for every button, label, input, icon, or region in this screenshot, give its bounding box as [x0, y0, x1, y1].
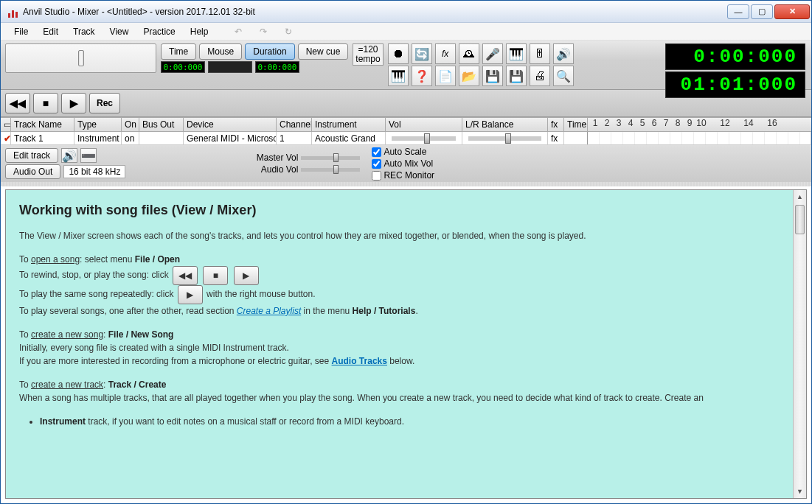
stop-button[interactable]: ■ [33, 93, 58, 113]
create-playlist-link[interactable]: Create a Playlist [237, 306, 301, 316]
mouse-counter [208, 61, 252, 73]
col-type[interactable]: Type [74, 118, 122, 131]
scroll-up-icon[interactable]: ▲ [794, 190, 806, 203]
scroll-down-icon[interactable]: ▼ [794, 485, 806, 498]
track-enabled-icon[interactable]: ✔ [4, 133, 11, 144]
list-item: Instrument track, if you want to edit no… [40, 415, 780, 428]
cell-vol-slider[interactable] [386, 132, 462, 144]
save-icon[interactable]: 💾 [482, 66, 503, 86]
time-displays: 0:00:000 01:01:000 [665, 43, 805, 98]
help-scrollbar[interactable]: ▲ ▼ [793, 190, 806, 498]
repeat-icon[interactable]: ↻ [277, 25, 299, 38]
audio-format[interactable]: 16 bit 48 kHz [63, 165, 125, 178]
col-channel[interactable]: Channel [277, 118, 312, 131]
duration-button[interactable]: Duration [245, 43, 294, 60]
elapsed-time: 0:00:000 [665, 43, 805, 70]
track-row[interactable]: ✔ Track 1 Instrument on General MIDI - M… [1, 132, 811, 145]
play-button[interactable]: ▶ [61, 93, 86, 113]
window-title: Anvil Studio - Mixer - <Untitled> - vers… [23, 7, 726, 17]
sliders-icon[interactable]: 🎚 [530, 43, 550, 64]
record-button[interactable]: Rec [89, 93, 120, 113]
scroll-thumb[interactable] [795, 205, 805, 234]
time-counter: 0:00:000 [161, 61, 205, 73]
col-on[interactable]: On [122, 118, 139, 131]
new-file-icon[interactable]: 📄 [435, 66, 456, 86]
help-icon[interactable]: ❓ [412, 66, 432, 86]
titlebar: Anvil Studio - Mixer - <Untitled> - vers… [1, 1, 811, 23]
cell-device[interactable]: General MIDI - Microso [184, 132, 277, 144]
rec-monitor-checkbox[interactable]: REC Monitor [372, 170, 434, 181]
record-icon[interactable]: ⏺ [388, 43, 409, 64]
redo-icon[interactable]: ↷ [252, 25, 274, 38]
menu-practice[interactable]: Practice [136, 25, 182, 38]
col-trackname[interactable]: Track Name [11, 118, 74, 131]
master-vol-slider[interactable] [301, 156, 360, 160]
cell-channel[interactable]: 1 [277, 132, 312, 144]
rewind-button[interactable]: ◀◀ [5, 93, 30, 113]
audio-vol-slider[interactable] [301, 168, 360, 172]
metronome-icon[interactable]: 🕰 [459, 43, 479, 64]
zoom-icon[interactable]: 🔍 [553, 66, 574, 86]
undo-icon[interactable]: ↶ [227, 25, 249, 38]
menu-track[interactable]: Track [66, 25, 103, 38]
cell-fx[interactable]: fx [548, 132, 564, 144]
overview-scrollbar[interactable] [5, 43, 156, 73]
menubar: File Edit Track View Practice Help ↶ ↷ ↻ [1, 23, 811, 41]
cell-time[interactable] [564, 132, 588, 144]
col-time[interactable]: Time [564, 118, 588, 131]
cell-busout[interactable] [139, 132, 184, 144]
mouse-button[interactable]: Mouse [199, 43, 242, 60]
audio-out-button[interactable]: Audio Out [5, 164, 60, 179]
help-rewind-icon: ◀◀ [173, 266, 198, 285]
tuner-icon[interactable]: 🎤 [482, 43, 503, 64]
col-select[interactable]: ▭ [1, 118, 11, 131]
open-folder-icon[interactable]: 📂 [459, 66, 479, 86]
menu-help[interactable]: Help [183, 25, 216, 38]
help-content: Working with song files (View / Mixer) T… [6, 190, 793, 498]
audio-tracks-link[interactable]: Audio Tracks [332, 356, 387, 366]
menu-file[interactable]: File [7, 25, 35, 38]
fx-icon[interactable]: fx [435, 43, 456, 64]
print-icon[interactable]: 🖨 [530, 66, 550, 86]
divider [1, 182, 811, 186]
note-speaker-icon[interactable]: 🔊 [553, 43, 574, 64]
col-balance[interactable]: L/R Balance [462, 118, 548, 131]
cell-on[interactable]: on [122, 132, 139, 144]
cell-trackname[interactable]: Track 1 [11, 132, 74, 144]
position-time: 01:01:000 [665, 71, 805, 98]
cell-type[interactable]: Instrument [74, 132, 122, 144]
app-icon [7, 6, 18, 18]
mute-icon[interactable]: ➖ [80, 148, 97, 163]
edit-track-button[interactable]: Edit track [5, 148, 58, 163]
tempo-box[interactable]: =120 tempo [353, 43, 383, 66]
sync-icon[interactable]: 🔄 [412, 43, 432, 64]
menu-edit[interactable]: Edit [35, 25, 66, 38]
piano-icon[interactable]: 🎹 [388, 66, 409, 86]
col-busout[interactable]: Bus Out [139, 118, 184, 131]
col-fx[interactable]: fx [548, 118, 564, 131]
auto-mix-checkbox[interactable]: Auto Mix Vol [372, 158, 434, 169]
help-pane: Working with song files (View / Mixer) T… [5, 189, 807, 499]
help-play-icon-2: ▶ [178, 285, 203, 304]
col-device[interactable]: Device [184, 118, 277, 131]
help-heading: Working with song files (View / Mixer) [19, 200, 780, 220]
keyboard-icon[interactable]: 🎹 [506, 43, 527, 64]
speaker-icon[interactable]: 🔊 [61, 148, 77, 163]
menu-view[interactable]: View [103, 25, 136, 38]
mixer-controls: Edit track 🔊 ➖ Audio Out 16 bit 48 kHz M… [1, 145, 811, 182]
time-button[interactable]: Time [161, 43, 196, 60]
col-instrument[interactable]: Instrument [312, 118, 386, 131]
maximize-button[interactable]: ▢ [751, 4, 773, 19]
track-timeline[interactable] [588, 132, 811, 144]
cell-balance-slider[interactable] [462, 132, 548, 144]
new-cue-button[interactable]: New cue [298, 43, 349, 60]
duration-counter: 0:00:000 [255, 61, 299, 73]
timeline-ruler: 12345678910121416 [588, 118, 811, 131]
minimize-button[interactable]: — [727, 4, 749, 19]
col-vol[interactable]: Vol [386, 118, 462, 131]
cell-instrument[interactable]: Acoustic Grand [312, 132, 386, 144]
save-as-icon[interactable]: 💾 [506, 66, 527, 86]
help-stop-icon: ■ [203, 266, 228, 285]
close-button[interactable]: ✕ [774, 4, 810, 19]
auto-scale-checkbox[interactable]: Auto Scale [372, 147, 434, 157]
